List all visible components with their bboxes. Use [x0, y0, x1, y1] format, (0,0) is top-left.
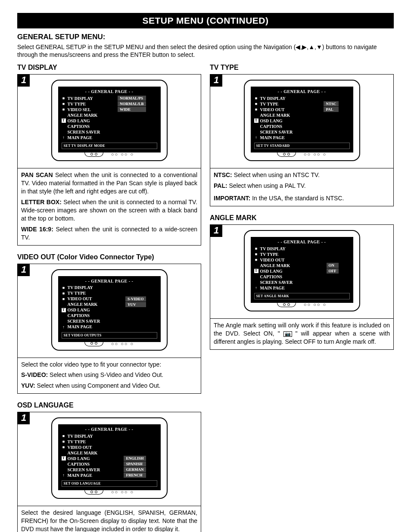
- wide-label: WIDE 16:9:: [21, 226, 53, 233]
- osd-screen: - - GENERAL PAGE - -■TV DISPLAY■TV TYPE■…: [244, 80, 360, 161]
- letter-box-label: LETTER BOX:: [21, 199, 62, 205]
- osd-option: FRENCH: [124, 473, 146, 478]
- osd-menu-item: CAPTIONS: [254, 274, 350, 279]
- osd-screen: - - GENERAL PAGE - -■TV DISPLAY■TV TYPE■…: [51, 269, 168, 351]
- osd-item-label: TV TYPE: [258, 102, 279, 106]
- osd-bullet-icon: T: [254, 269, 258, 273]
- osd-language-block: 1 - - GENERAL PAGE - -■TV DISPLAY■TV TYP…: [17, 412, 201, 506]
- osd-bullet-icon: ■: [62, 291, 66, 296]
- osd-item-label: TV TYPE: [258, 252, 279, 257]
- osd-bullet-icon: [62, 135, 66, 140]
- osd-item-label: TV TYPE: [66, 439, 86, 444]
- osd-bullet-icon: [62, 325, 66, 329]
- osd-bullet-icon: [62, 473, 66, 477]
- osd-item-label: OSD LANG: [66, 308, 90, 312]
- osd-item-label: CAPTIONS: [66, 124, 90, 129]
- osd-menu-item: SCREEN SAVER: [254, 129, 350, 134]
- osd-bullet-icon: ■: [254, 252, 258, 256]
- osd-item-label: CAPTIONS: [66, 313, 90, 318]
- osd-bullet-icon: T: [254, 118, 258, 123]
- osd-bullet-icon: ■: [254, 96, 258, 100]
- osd-options: S-VIDEOYUV: [125, 296, 146, 308]
- step-number: 1: [18, 75, 30, 87]
- osd-item-label: VIDEO OUT: [258, 107, 285, 112]
- osd-bullet-icon: ■: [62, 439, 66, 444]
- osd-bullet-icon: [254, 286, 258, 290]
- dvd-player-icon: ○○ ○○ ○: [251, 302, 353, 307]
- osd-menu-item: ■TV DISPLAY: [254, 96, 350, 101]
- osd-title: - - GENERAL PAGE - -: [254, 240, 350, 244]
- osd-item-label: TV TYPE: [66, 102, 86, 106]
- osd-menu-item: ■TV TYPE: [62, 439, 157, 444]
- pal-label: PAL:: [214, 182, 227, 189]
- osd-item-label: MAIN PAGE: [258, 135, 285, 140]
- osd-options: NTSCPAL: [324, 101, 338, 112]
- osd-item-label: TV DISPLAY: [66, 434, 93, 439]
- osd-options: NORMAL/PSNORMAL/LBWIDE: [118, 96, 146, 112]
- osd-menu-item: MAIN PAGE: [254, 285, 350, 290]
- osd-status-bar: SET TV DISPLAY MODE: [62, 143, 157, 149]
- osd-bullet-icon: ■: [62, 107, 66, 112]
- osd-menu-item: ANGLE MARK: [62, 450, 157, 455]
- osd-bullet-icon: ■: [62, 286, 66, 290]
- osd-menu-item: ■TV TYPE: [254, 252, 350, 257]
- osd-option: WIDE: [118, 107, 146, 112]
- osd-options: ONOFF: [327, 263, 339, 274]
- tv-type-block: 1 - - GENERAL PAGE - -■TV DISPLAY■TV TYP…: [210, 74, 394, 168]
- section-osd-language: OSD LANGUAGE 1 - - GENERAL PAGE - -■TV D…: [17, 401, 201, 532]
- osd-item-label: ANGLE MARK: [66, 451, 98, 455]
- osd-item-label: VIDEO OUT: [258, 258, 285, 262]
- page-title-bar: SETUP MENU (CONTINUED): [17, 13, 394, 28]
- osd-item-label: MAIN PAGE: [258, 286, 285, 290]
- important-text: In the USA, the standard is NTSC.: [250, 195, 344, 202]
- osd-item-label: TV DISPLAY: [258, 96, 286, 101]
- osd-options: ENGLISHSPANISHGERMANFRENCH: [124, 456, 146, 478]
- yuv-label: YUV:: [21, 382, 35, 389]
- section-video-out: VIDEO OUT (Color Video Connector Type) 1…: [17, 253, 201, 394]
- tv-display-heading: TV DISPLAY: [17, 64, 201, 72]
- osd-bullet-icon: ■: [254, 102, 258, 106]
- yuv-text: Select when using Component and Video Ou…: [35, 382, 161, 389]
- dvd-player-icon: ○○ ○○ ○: [58, 341, 161, 346]
- intro-heading: GENERAL SETUP MENU:: [17, 33, 394, 41]
- angle-mark-block: 1 - - GENERAL PAGE - -■TV DISPLAY■TV TYP…: [210, 224, 394, 319]
- osd-screen: - - GENERAL PAGE - -■TV DISPLAY■TV TYPE■…: [51, 417, 168, 499]
- osd-bullet-icon: ■: [62, 297, 66, 301]
- osd-item-label: OSD LANG: [258, 269, 283, 274]
- osd-option: PAL: [324, 107, 338, 112]
- video-out-heading: VIDEO OUT (Color Video Connector Type): [17, 253, 201, 261]
- video-out-intro: Select the color video type to fit your …: [21, 361, 197, 369]
- step-number: 1: [210, 75, 222, 87]
- osd-menu-item: CAPTIONS: [62, 313, 157, 318]
- dvd-player-icon: ○○ ○○ ○: [58, 489, 161, 495]
- svideo-label: S-VIDEO:: [21, 371, 48, 378]
- camera-angle-icon: 📷: [283, 331, 292, 337]
- osd-bullet-icon: ■: [62, 445, 66, 449]
- osd-screen: - - GENERAL PAGE - -■TV DISPLAY■TV TYPE■…: [244, 230, 360, 311]
- osd-menu-item: TOSD LANG: [254, 118, 350, 123]
- osd-option: ENGLISH: [124, 456, 146, 461]
- osd-bullet-icon: ■: [254, 246, 258, 251]
- video-out-block: 1 - - GENERAL PAGE - -■TV DISPLAY■TV TYP…: [17, 264, 201, 358]
- angle-mark-desc: The Angle mark setting will only work if…: [210, 319, 394, 350]
- osd-item-label: SCREEN SAVER: [66, 467, 100, 472]
- osd-menu-item: MAIN PAGE: [62, 324, 157, 330]
- pal-text: Select when using a PAL TV.: [227, 182, 306, 189]
- osd-item-label: CAPTIONS: [258, 274, 283, 279]
- osd-item-label: CAPTIONS: [258, 124, 283, 129]
- osd-menu-item: ■VIDEO OUT: [62, 445, 157, 450]
- angle-mark-heading: ANGLE MARK: [210, 214, 394, 222]
- osd-item-label: MAIN PAGE: [66, 135, 92, 140]
- osd-bullet-icon: ■: [62, 102, 66, 106]
- osd-option: SPANISH: [124, 461, 146, 467]
- tv-display-desc: PAN SCAN Select when the unit is connect…: [17, 168, 201, 245]
- osd-item-label: VIDEO OUT: [66, 445, 92, 450]
- osd-title: - - GENERAL PAGE - -: [62, 89, 157, 94]
- ntsc-text: Select when using an NTSC TV.: [232, 171, 320, 178]
- tv-display-block: 1 - - GENERAL PAGE - -■TV DISPLAY■TV TYP…: [17, 74, 201, 168]
- tv-type-desc: NTSC: Select when using an NTSC TV. PAL:…: [210, 168, 394, 206]
- osd-status-bar: SET OSD LANGUAGE: [62, 480, 157, 487]
- osd-bullet-icon: T: [62, 456, 66, 460]
- osd-screen: - - GENERAL PAGE - -■TV DISPLAY■TV TYPE■…: [51, 80, 168, 161]
- osd-menu-item: ANGLE MARK: [62, 112, 157, 118]
